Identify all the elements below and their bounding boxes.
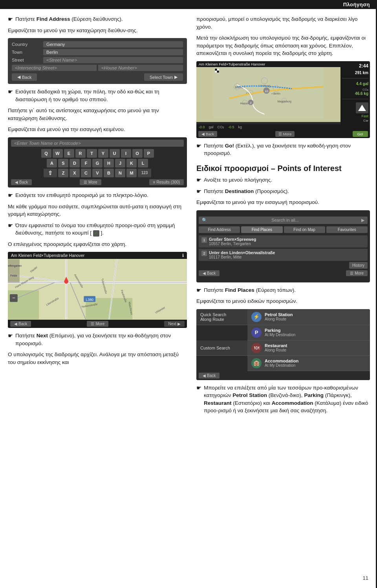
key-l[interactable]: L bbox=[138, 159, 148, 167]
svg-marker-51 bbox=[358, 105, 366, 111]
key-b[interactable]: B bbox=[104, 169, 114, 177]
nav-co2-kg-label: kg bbox=[238, 125, 242, 129]
cat-back-row: ◀ Back bbox=[196, 371, 370, 380]
poi-history-button[interactable]: History bbox=[349, 262, 368, 269]
tab-find-places[interactable]: Find Places bbox=[241, 226, 282, 233]
key-z[interactable]: Z bbox=[58, 169, 68, 177]
bullet-arrow-r3: ☛ bbox=[196, 188, 201, 195]
svg-text:L380: L380 bbox=[86, 298, 93, 302]
cat-back-button[interactable]: ◀ Back bbox=[199, 373, 220, 379]
key-a[interactable]: A bbox=[47, 159, 57, 167]
svg-text:Magdeburg: Magdeburg bbox=[278, 100, 292, 103]
kb-back-arrow-icon: ◀ bbox=[15, 180, 18, 184]
key-r[interactable]: R bbox=[75, 149, 86, 158]
key-i[interactable]: I bbox=[121, 149, 131, 158]
key-w[interactable]: W bbox=[53, 149, 63, 158]
key-h[interactable]: H bbox=[104, 159, 114, 167]
poi-search-placeholder: Search in all... bbox=[271, 218, 299, 222]
addr-label-town: Town bbox=[12, 50, 43, 55]
cat-petrol-station[interactable]: ⚡ Petrol Station Along Route bbox=[247, 309, 370, 325]
poi-result-1[interactable]: 1 Großer Stern×Spreeweg 10557 Berlin, Ti… bbox=[199, 235, 368, 248]
key-x[interactable]: X bbox=[70, 169, 80, 177]
key-g[interactable]: G bbox=[92, 159, 102, 167]
para-route-params: Μετά την ολοκλήρωση του υπολογισμού της … bbox=[196, 34, 370, 57]
key-k[interactable]: K bbox=[126, 159, 137, 167]
keyboard-more-button[interactable]: ☰ More bbox=[80, 179, 101, 185]
para-calculation-continues: προορισμού, μπορεί ο υπολογισμός της δια… bbox=[196, 15, 370, 31]
cat-custom-search[interactable]: Custom Search bbox=[196, 340, 247, 356]
tab-find-on-map[interactable]: Find on Map bbox=[284, 226, 325, 233]
nav-map-title: Am Kleinen Feld×Tulpenstraße Hanover bbox=[196, 61, 340, 67]
nav-more-button[interactable]: ☰ More bbox=[275, 131, 295, 137]
key-q[interactable]: Q bbox=[41, 149, 51, 158]
keyboard-results-button[interactable]: ≡ Results (300) bbox=[149, 179, 184, 185]
key-t[interactable]: T bbox=[87, 149, 97, 158]
poi-bottom-buttons: ◀ Back ☰ More bbox=[199, 270, 368, 276]
addr-select-button[interactable]: Select Town ▶ bbox=[144, 73, 183, 81]
cat-quick-search[interactable]: Quick SearchAlong Route bbox=[196, 309, 247, 325]
cat-empty-1 bbox=[196, 325, 247, 340]
para-autocomplete: Με κάθε γράμμα που εισάγετε, συμπληρώνετ… bbox=[8, 203, 187, 218]
key-c[interactable]: C bbox=[81, 169, 91, 177]
map-next-button[interactable]: Next ▶ bbox=[164, 321, 185, 327]
key-s[interactable]: S bbox=[58, 159, 68, 167]
poi-back-label: Back bbox=[207, 271, 216, 275]
kb-more-label: More bbox=[88, 180, 97, 184]
map-svg: Flieder Hans-Mayer-Weg Asternstraße Tulp… bbox=[8, 259, 187, 320]
bullet-arrow-2: ☛ bbox=[8, 88, 13, 95]
cat-restaurant[interactable]: 🍽 Restaurant Along Route bbox=[247, 340, 370, 356]
keyboard-back-button[interactable]: ◀ Back bbox=[11, 179, 32, 185]
parking-icon: P bbox=[251, 328, 262, 338]
addr-back-button[interactable]: ◀ Back bbox=[12, 73, 37, 81]
key-o[interactable]: O bbox=[132, 149, 143, 158]
poi-result-2[interactable]: 2 Unter den Linden×Oberwallstraße 10117 … bbox=[199, 249, 368, 261]
cat-accommodation[interactable]: 🏨 Accommodation At My Destination bbox=[247, 356, 370, 371]
nav-distance-display: 291 km bbox=[342, 71, 368, 75]
poi-result-1-sub: 10557 Berlin, Tiergarten bbox=[209, 242, 256, 246]
key-y[interactable]: Y bbox=[98, 149, 108, 158]
parking-name: Parking bbox=[265, 328, 366, 333]
cat-parking[interactable]: P Parking At My Destination bbox=[247, 325, 370, 340]
search-icon: 🔍 bbox=[202, 218, 207, 223]
poi-more-button[interactable]: ☰ More bbox=[346, 270, 368, 276]
key-p[interactable]: P bbox=[144, 149, 154, 158]
map-more-label: More bbox=[95, 322, 104, 326]
left-column: ☛ Πατήστε Find Address (Εύρεση διεύθυνση… bbox=[0, 15, 192, 418]
parking-sub: At My Destination bbox=[265, 333, 366, 337]
key-d[interactable]: D bbox=[70, 159, 80, 167]
key-n[interactable]: N bbox=[115, 169, 125, 177]
key-j[interactable]: J bbox=[115, 159, 125, 167]
para-calculation-starts: Ο υπολογισμός της διαδρομής αρχίζει. Ανά… bbox=[8, 351, 187, 366]
poi-search-bar[interactable]: 🔍 Search in all... ▶ bbox=[199, 217, 368, 224]
kb-more-icon: ☰ bbox=[84, 180, 87, 184]
bullet-enter-destination: ☛ Εισάγετε τον επιθυμητό προορισμό με το… bbox=[8, 191, 187, 199]
bullet-confirm-name: ☛ Όταν εμφανιστεί το όνομα του επιθυμητο… bbox=[8, 222, 187, 237]
key-u[interactable]: U bbox=[110, 149, 120, 158]
addr-value-intersect: <Intersecting Street> bbox=[12, 65, 97, 71]
tab-favourites[interactable]: Favourites bbox=[326, 226, 368, 233]
page-number: 11 bbox=[363, 575, 368, 581]
nav-map-area: Am Kleinen Feld×Tulpenstraße Hanover Bre… bbox=[196, 61, 340, 122]
nav-go-button[interactable]: Go! bbox=[353, 131, 368, 137]
parking-text: Parking At My Destination bbox=[265, 328, 366, 337]
poi-search-arrow-icon: ▶ bbox=[361, 218, 364, 223]
header-bar: Πλοήγηση bbox=[0, 0, 377, 9]
bullet-text-r3: Πατήστε Destination (Προορισμός). bbox=[204, 188, 289, 195]
poi-back-button[interactable]: ◀ Back bbox=[199, 270, 220, 276]
map-back-button[interactable]: ◀ Back bbox=[10, 321, 31, 327]
bullet-arrow-5: ☛ bbox=[8, 332, 13, 339]
checkmark-icon: ✓ bbox=[93, 230, 99, 237]
map-more-icon: ☰ bbox=[91, 322, 94, 326]
kb-back-label: Back bbox=[19, 180, 28, 184]
petrol-station-name: Petrol Station bbox=[265, 312, 366, 317]
key-v[interactable]: V bbox=[92, 169, 102, 177]
key-f[interactable]: F bbox=[81, 159, 91, 167]
key-e[interactable]: E bbox=[64, 149, 74, 158]
map-title-bar: Am Kleinen Feld×Tulpenstraße Hanover ℹ bbox=[8, 252, 187, 259]
key-shift[interactable]: ⇧ bbox=[44, 169, 57, 177]
map-more-button[interactable]: ☰ More bbox=[87, 321, 108, 327]
key-123[interactable]: 123 bbox=[138, 169, 151, 177]
nav-back-button[interactable]: ◀ Back bbox=[198, 131, 217, 137]
key-m[interactable]: M bbox=[126, 169, 137, 177]
tab-find-address[interactable]: Find Address bbox=[199, 226, 240, 233]
